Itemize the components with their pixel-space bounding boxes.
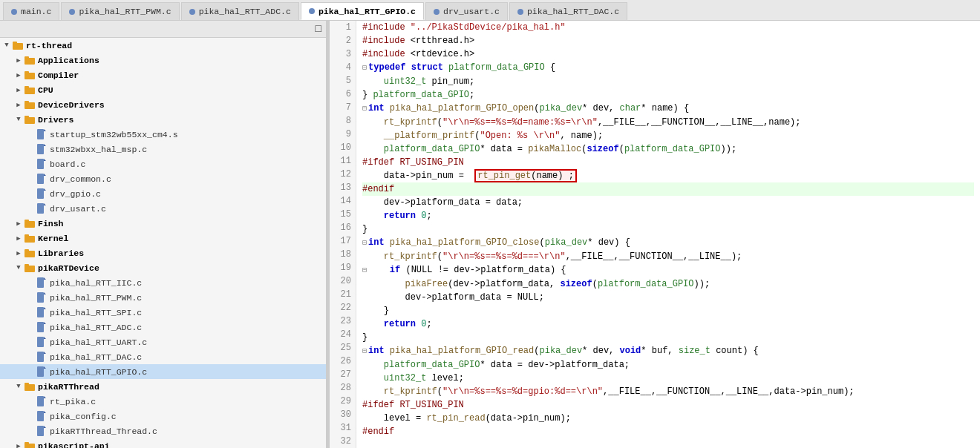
line-number-11: 11 [334,154,351,168]
tree-toggle-cpu[interactable]: ▶ [13,85,24,95]
file-icon [36,366,48,377]
svg-rect-36 [37,307,44,317]
tree-item-pika_hal_RTT_PWM[interactable]: pika_hal_RTT_PWM.c [0,290,326,305]
collapse-icon[interactable]: □ [316,23,321,35]
tree-label-pika_hal_RTT_DAC: pika_hal_RTT_DAC.c [50,352,142,362]
line-number-24: 24 [334,328,351,341]
tree-label-stm32wbxx_hal_msp: stm32wbxx_hal_msp.c [50,145,147,154]
tree-item-startup_stm32wb55[interactable]: startup_stm32wb55xx_cm4.s [0,127,326,142]
tab-pika_hal_RTT_DAC_c[interactable]: pika_hal_RTT_DAC.c [509,2,627,20]
tree-toggle-drv_usart_c [25,203,36,214]
file-icon [36,337,48,347]
tree-label-compiler: Compiler [38,70,79,80]
tree-item-drv_gpio_c[interactable]: drv_gpio.c [0,186,326,201]
tree-toggle-kernel[interactable]: ▶ [13,233,24,243]
line-number-9: 9 [334,128,351,141]
tree-item-drivers[interactable]: ▼Drivers [0,112,326,127]
code-editor[interactable]: 1234567891011121314151617181920212223242… [330,21,980,448]
tree-item-pika_hal_RTT_IIC[interactable]: pika_hal_RTT_IIC.c [0,275,326,290]
svg-rect-20 [37,188,44,199]
sidebar-scroll[interactable]: ▼rt-thread▶Applications▶Compiler▶CPU▶Dev… [0,38,326,448]
svg-rect-22 [37,203,44,214]
tree-item-pika_hal_RTT_UART[interactable]: pika_hal_RTT_UART.c [0,335,326,349]
collapse-icon-5[interactable]: ⊟ [362,64,367,72]
tree-toggle-finsh[interactable]: ▶ [13,218,24,228]
collapse-icon-9[interactable]: ⊟ [362,105,367,113]
tree-toggle-pikaRTThread[interactable]: ▼ [13,381,24,392]
tree-item-pika_hal_RTT_ADC[interactable]: pika_hal_RTT_ADC.c [0,320,326,335]
tree-item-pika_config_c[interactable]: pika_config.c [0,409,326,424]
line-number-25: 25 [334,341,351,355]
svg-rect-46 [24,384,35,391]
tree-item-cpu[interactable]: ▶CPU [0,82,326,97]
tree-item-device_drivers[interactable]: ▶DeviceDrivers [0,97,326,112]
folder-icon [24,85,36,95]
line-number-8: 8 [334,114,351,128]
svg-rect-8 [24,102,35,109]
code-line-23: pikaFree(dev->platform_data, sizeof(plat… [362,277,974,291]
collapse-icon-22[interactable]: ⊟ [362,266,367,274]
tree-toggle-drivers[interactable]: ▼ [13,114,24,125]
tab-pika_hal_RTT_ADC_c[interactable]: pika_hal_RTT_ADC.c [181,2,299,20]
line-number-19: 19 [334,261,351,274]
svg-marker-17 [44,159,46,161]
tree-toggle-rt_pika_c [25,396,36,406]
svg-rect-44 [37,366,44,377]
tree-item-pika_hal_RTT_SPI[interactable]: pika_hal_RTT_SPI.c [0,305,326,320]
tab-drv_usart_c[interactable]: drv_usart.c [425,2,508,20]
tree-label-pikaRTThread: pikaRTThread [38,382,99,392]
tree-toggle-pika_hal_RTT_IIC [25,277,36,288]
tree-toggle-pika_hal_RTT_ADC [25,322,36,332]
tree-label-applications: Applications [38,56,99,65]
tree-item-stm32wbxx_hal_msp[interactable]: stm32wbxx_hal_msp.c [0,142,326,157]
tree-item-finsh[interactable]: ▶Finsh [0,216,326,231]
tab-icon-pika_hal_RTT_PWM_c [69,9,75,15]
tab-pika_hal_RTT_PWM_c[interactable]: pika_hal_RTT_PWM.c [61,2,179,20]
svg-rect-11 [24,116,29,118]
tree-toggle-libraries[interactable]: ▶ [13,248,24,258]
svg-marker-33 [44,277,46,280]
tree-toggle-rt_thread[interactable]: ▼ [1,40,12,50]
tree-item-pika_hal_RTT_GPIO[interactable]: pika_hal_RTT_GPIO.c [0,364,326,379]
collapse-icon-20[interactable]: ⊟ [362,239,367,247]
tree-item-pikaRTThread[interactable]: ▼pikaRTThread [0,379,326,394]
svg-rect-24 [24,221,35,228]
svg-rect-31 [24,264,29,266]
tree-toggle-pikascript_api[interactable]: ▶ [13,441,24,448]
svg-rect-52 [37,426,44,436]
code-line-31: platform_data_GPIO* data = dev->platform… [362,358,974,372]
main-area: □ ▼rt-thread▶Applications▶Compiler▶CPU▶D… [0,21,980,448]
tab-icon-drv_usart_c [434,9,440,15]
tree-toggle-applications[interactable]: ▶ [13,55,24,65]
tree-item-compiler[interactable]: ▶Compiler [0,67,326,82]
tree-item-kernel[interactable]: ▶Kernel [0,231,326,246]
tree-item-pikascript_api[interactable]: ▶pikascript-api [0,438,326,448]
tree-item-drv_usart_c[interactable]: drv_usart.c [0,201,326,216]
tree-item-applications[interactable]: ▶Applications [0,53,326,67]
tree-toggle-device_drivers[interactable]: ▶ [13,99,24,110]
tree-toggle-compiler[interactable]: ▶ [13,70,24,80]
tree-item-pika_hal_RTT_DAC[interactable]: pika_hal_RTT_DAC.c [0,349,326,364]
sidebar: □ ▼rt-thread▶Applications▶Compiler▶CPU▶D… [0,21,327,448]
tree-label-drivers: Drivers [38,115,74,125]
svg-rect-7 [24,86,29,88]
code-line-5: ⊟typedef struct platform_data_GPIO { [362,61,974,75]
tree-item-pikaRTThread_Thread[interactable]: pikaRTThread_Thread.c [0,424,326,438]
tab-pika_hal_RTT_GPIO_c[interactable]: pika_hal_RTT_GPIO.c [301,2,424,20]
svg-marker-53 [44,426,46,428]
collapse-icon-29[interactable]: ⊟ [362,347,367,355]
tree-item-rt_pika_c[interactable]: rt_pika.c [0,394,326,409]
tree-item-libraries[interactable]: ▶Libraries [0,246,326,260]
tree-item-rt_thread[interactable]: ▼rt-thread [0,38,326,53]
tab-label-pika_hal_RTT_DAC_c: pika_hal_RTT_DAC.c [527,7,619,16]
svg-marker-15 [44,144,46,146]
tree-item-drv_common_c[interactable]: drv_common.c [0,171,326,186]
tree-item-pikaRTDevice[interactable]: ▼pikaRTDevice [0,260,326,275]
tab-main_c[interactable]: main.c [3,2,59,20]
file-icon [36,292,48,303]
tree-item-board_c[interactable]: board.c [0,157,326,171]
tab-bar: main.cpika_hal_RTT_PWM.cpika_hal_RTT_ADC… [0,0,980,21]
folder-icon [24,441,36,448]
tree-toggle-pikaRTDevice[interactable]: ▼ [13,263,24,273]
tree-label-kernel: Kernel [38,234,68,243]
